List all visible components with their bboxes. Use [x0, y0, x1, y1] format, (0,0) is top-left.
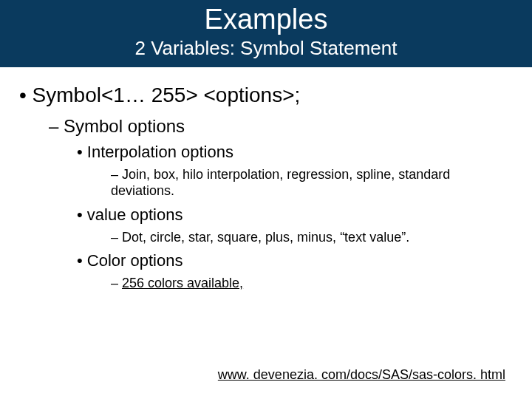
value-options-heading: value options [0, 205, 532, 225]
value-options-detail: Dot, circle, star, square, plus, minus, … [0, 229, 532, 246]
color-options-detail: 256 colors available, [0, 275, 532, 292]
syntax-line: Symbol<1… 255> <options>; [0, 83, 532, 107]
slide-title: Examples [0, 4, 532, 35]
footer-url-link[interactable]: www. devenezia. com/docs/SAS/sas-colors.… [218, 367, 505, 383]
slide-header: Examples 2 Variables: Symbol Statement [0, 0, 532, 67]
symbol-options-heading: Symbol options [0, 116, 532, 137]
interpolation-options-detail: Join, box, hilo interpolation, regressio… [0, 166, 532, 200]
interpolation-options-heading: Interpolation options [0, 143, 532, 162]
color-options-heading: Color options [0, 251, 532, 270]
colors-available-link[interactable]: 256 colors available, [122, 276, 243, 290]
slide-subtitle: 2 Variables: Symbol Statement [0, 37, 532, 60]
slide-body: Symbol<1… 255> <options>; Symbol options… [0, 67, 532, 292]
